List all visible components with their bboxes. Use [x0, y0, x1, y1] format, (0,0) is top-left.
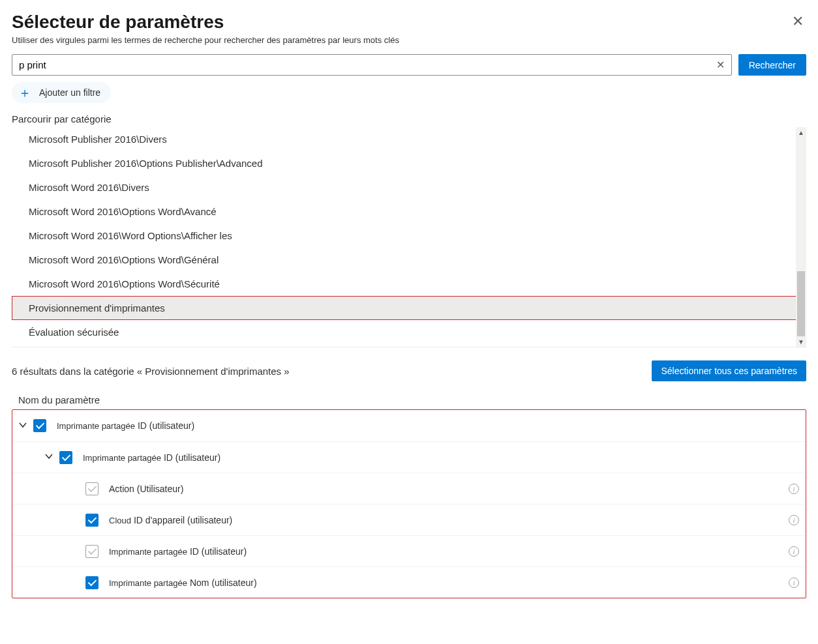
scroll-down-icon[interactable]: ▼: [796, 336, 806, 347]
add-filter-label: Ajouter un filtre: [39, 87, 100, 98]
category-item[interactable]: Microsoft Word 2016\Options Word\Sécurit…: [29, 272, 806, 296]
category-item[interactable]: Évaluation sécurisée: [29, 320, 806, 344]
category-list: Microsoft Publisher 2016\DiversMicrosoft…: [12, 127, 806, 344]
info-icon[interactable]: i: [789, 546, 799, 557]
tree-row-label: Imprimante partagéeID (utilisateur): [57, 420, 799, 431]
category-item[interactable]: Microsoft Publisher 2016\Divers: [29, 127, 806, 151]
page-title: Sélecteur de paramètres: [12, 12, 224, 33]
search-input[interactable]: [12, 55, 710, 75]
tree-row: Imprimante partagéeID (utilisateur)i: [12, 535, 806, 566]
add-filter-button[interactable]: ＋ Ajouter un filtre: [12, 82, 111, 103]
tree-row-label: Action (Utilisateur): [109, 484, 789, 494]
clear-search-icon[interactable]: ✕: [710, 59, 731, 71]
tree-row-label: CloudID d'appareil (utilisateur): [109, 515, 789, 525]
browse-by-category-label: Parcourir par catégorie: [12, 113, 806, 124]
close-icon[interactable]: ✕: [789, 12, 806, 31]
tree-row: CloudID d'appareil (utilisateur)i: [12, 504, 806, 535]
checkbox[interactable]: [85, 514, 98, 527]
tree-row: Imprimante partagéeID (utilisateur): [12, 441, 806, 473]
tree-row-label: Imprimante partagéeNom (utilisateur): [109, 578, 789, 588]
checkbox[interactable]: [33, 419, 46, 432]
category-item[interactable]: Provisionnement d'imprimantes: [12, 296, 806, 320]
chevron-down-icon[interactable]: [12, 420, 33, 432]
checkbox[interactable]: [59, 451, 72, 464]
plus-icon: ＋: [18, 86, 31, 99]
scroll-thumb[interactable]: [797, 271, 805, 336]
tree-row-label: Imprimante partagéeID (utilisateur): [83, 452, 799, 463]
category-item[interactable]: Microsoft Word 2016\Divers: [29, 175, 806, 199]
column-header-name: Nom du paramètre: [12, 390, 806, 409]
info-icon[interactable]: i: [789, 515, 799, 525]
category-item[interactable]: Microsoft Publisher 2016\Options Publish…: [29, 151, 806, 175]
search-button[interactable]: Rechercher: [738, 54, 806, 76]
checkbox[interactable]: [85, 576, 98, 589]
category-item[interactable]: Microsoft Word 2016\Options Word\Avancé: [29, 199, 806, 224]
tree-row-label: Imprimante partagéeID (utilisateur): [109, 546, 789, 557]
scroll-up-icon[interactable]: ▲: [796, 127, 806, 138]
search-box: ✕: [12, 54, 732, 76]
scrollbar[interactable]: ▲ ▼: [796, 127, 806, 347]
chevron-down-icon[interactable]: [38, 451, 59, 463]
settings-tree: Imprimante partagéeID (utilisateur)Impri…: [12, 409, 806, 598]
tree-row: Imprimante partagéeID (utilisateur): [12, 410, 806, 441]
select-all-button[interactable]: Sélectionner tous ces paramètres: [652, 360, 806, 381]
results-count: 6 résultats dans la catégorie « Provisio…: [12, 366, 290, 377]
page-subtitle: Utiliser des virgules parmi les termes d…: [12, 35, 806, 45]
info-icon[interactable]: i: [789, 578, 799, 588]
category-item[interactable]: Microsoft Word 2016\Options Word\Général: [29, 248, 806, 272]
tree-row: Imprimante partagéeNom (utilisateur)i: [12, 566, 806, 598]
checkbox[interactable]: [85, 545, 98, 558]
category-item[interactable]: Microsoft Word 2016\Word Options\Affiche…: [29, 224, 806, 248]
info-icon[interactable]: i: [789, 484, 799, 494]
tree-row: Action (Utilisateur)i: [12, 473, 806, 504]
checkbox[interactable]: [85, 482, 98, 495]
